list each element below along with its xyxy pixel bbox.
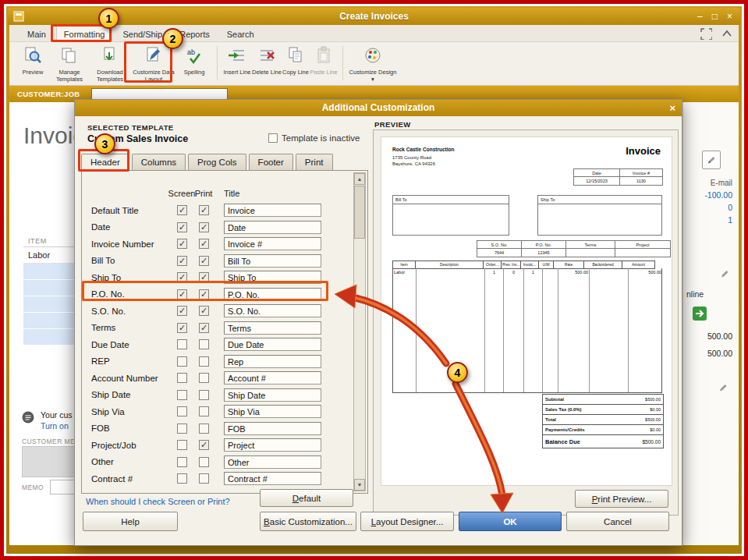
preview-button[interactable]: Preview bbox=[16, 45, 50, 76]
pencil-icon[interactable] bbox=[718, 381, 728, 395]
default-button[interactable]: Default bbox=[260, 489, 353, 507]
screen-checkbox[interactable] bbox=[177, 424, 187, 434]
title-input[interactable]: FOB bbox=[224, 422, 321, 435]
print-checkbox[interactable] bbox=[199, 356, 209, 367]
title-input[interactable]: P.O. No. bbox=[224, 288, 321, 301]
manage-templates-button[interactable]: Manage Templates bbox=[50, 45, 89, 83]
print-checkbox[interactable] bbox=[199, 473, 209, 484]
tab-header[interactable]: Header bbox=[81, 154, 129, 171]
screen-checkbox[interactable] bbox=[177, 373, 187, 383]
close-button[interactable]: × bbox=[727, 11, 732, 22]
screen-checkbox[interactable]: ✓ bbox=[177, 222, 187, 232]
tab-main[interactable]: Main bbox=[20, 27, 53, 41]
title-input[interactable]: Rep bbox=[224, 355, 321, 368]
screen-checkbox[interactable]: ✓ bbox=[177, 256, 187, 266]
title-input[interactable]: S.O. No. bbox=[224, 304, 321, 317]
basic-customization-button[interactable]: Basic Customization... bbox=[260, 512, 356, 531]
cancel-button[interactable]: Cancel bbox=[566, 512, 669, 531]
title-input[interactable]: Ship Via bbox=[224, 405, 321, 418]
print-checkbox[interactable] bbox=[199, 339, 209, 349]
title-input[interactable]: Due Date bbox=[224, 338, 321, 351]
field-label: Account Number bbox=[91, 374, 177, 383]
scroll-up-icon[interactable]: ▲ bbox=[354, 173, 365, 185]
screen-checkbox[interactable] bbox=[177, 390, 187, 400]
pencil-icon[interactable] bbox=[720, 268, 729, 282]
print-checkbox[interactable]: ✓ bbox=[199, 306, 209, 316]
print-checkbox[interactable] bbox=[199, 424, 209, 434]
print-checkbox[interactable]: ✓ bbox=[199, 222, 209, 232]
title-input[interactable]: Invoice bbox=[224, 204, 321, 217]
ship-to-label: Ship To bbox=[538, 196, 661, 204]
edit-button[interactable] bbox=[702, 151, 721, 169]
title-input[interactable]: Bill To bbox=[224, 254, 321, 268]
print-checkbox[interactable]: ✓ bbox=[199, 440, 209, 450]
tab-send-ship[interactable]: Send/Ship bbox=[115, 27, 169, 41]
scrollbar-thumb[interactable] bbox=[354, 186, 365, 239]
title-input[interactable]: Ship Date bbox=[224, 388, 321, 402]
layout-designer-button[interactable]: Layout Designer... bbox=[360, 512, 454, 531]
screen-checkbox[interactable]: ✓ bbox=[177, 323, 187, 333]
screen-checkbox[interactable] bbox=[177, 457, 187, 467]
maximize-button[interactable]: □ bbox=[712, 11, 718, 22]
insert-line-button[interactable]: Insert Line bbox=[222, 45, 252, 76]
print-checkbox[interactable]: ✓ bbox=[199, 272, 209, 282]
tab-print[interactable]: Print bbox=[296, 154, 333, 170]
tab-prog-cols[interactable]: Prog Cols bbox=[188, 154, 246, 170]
screen-print-help-link[interactable]: When should I check Screen or Print? bbox=[86, 497, 230, 506]
customize-design-button[interactable]: Customize Design ▾ bbox=[348, 45, 398, 83]
screen-checkbox[interactable]: ✓ bbox=[177, 239, 187, 249]
dialog-title-bar[interactable]: Additional Customization × bbox=[75, 100, 682, 116]
customize-data-layout-button[interactable]: Customize Data Layout bbox=[131, 45, 176, 83]
screen-checkbox[interactable] bbox=[177, 440, 187, 450]
print-checkbox[interactable] bbox=[199, 457, 209, 467]
additional-customization-dialog: Additional Customization × SELECTED TEMP… bbox=[74, 99, 682, 546]
screen-checkbox[interactable]: ✓ bbox=[177, 306, 187, 316]
title-input[interactable]: Account # bbox=[224, 371, 321, 385]
collapse-ribbon-icon[interactable] bbox=[720, 27, 732, 43]
scrollbar[interactable]: ▲ ▼ bbox=[353, 172, 366, 491]
count-link-b[interactable]: 1 bbox=[728, 215, 732, 225]
title-input[interactable]: Ship To bbox=[224, 271, 321, 284]
screen-checkbox[interactable]: ✓ bbox=[177, 205, 187, 215]
count-link-a[interactable]: 0 bbox=[728, 203, 732, 212]
paste-line-button[interactable]: Paste Line bbox=[310, 45, 338, 76]
title-input[interactable]: Terms bbox=[224, 321, 321, 335]
print-checkbox[interactable] bbox=[199, 406, 209, 416]
scroll-down-icon[interactable]: ▼ bbox=[354, 479, 365, 491]
title-input[interactable]: Project bbox=[224, 438, 321, 452]
screen-checkbox[interactable] bbox=[177, 339, 187, 349]
title-input[interactable]: Date bbox=[224, 221, 321, 234]
print-preview-button[interactable]: Print Preview... bbox=[575, 490, 668, 508]
dialog-close-icon[interactable]: × bbox=[669, 100, 675, 116]
tab-footer[interactable]: Footer bbox=[249, 154, 293, 170]
title-input[interactable]: Other bbox=[224, 455, 321, 469]
print-checkbox[interactable] bbox=[199, 390, 209, 400]
spelling-button[interactable]: ab Spelling bbox=[176, 45, 212, 76]
minimize-button[interactable]: – bbox=[697, 11, 703, 22]
title-input[interactable]: Contract # bbox=[224, 472, 321, 485]
screen-checkbox[interactable] bbox=[177, 406, 187, 416]
screen-checkbox[interactable]: ✓ bbox=[177, 289, 187, 299]
title-input[interactable]: Invoice # bbox=[224, 237, 321, 250]
download-templates-button[interactable]: Download Templates bbox=[89, 45, 131, 83]
copy-line-button[interactable]: Copy Line bbox=[282, 45, 310, 76]
turn-on-link[interactable]: Turn on bbox=[41, 421, 69, 431]
print-checkbox[interactable] bbox=[199, 373, 209, 383]
customer-message-label: CUSTOMER ME bbox=[22, 438, 75, 445]
ok-button[interactable]: OK bbox=[459, 512, 562, 531]
tab-columns[interactable]: Columns bbox=[132, 154, 186, 170]
help-button[interactable]: Help bbox=[83, 512, 178, 531]
print-checkbox[interactable]: ✓ bbox=[199, 256, 209, 266]
screen-checkbox[interactable] bbox=[177, 473, 187, 484]
screen-checkbox[interactable]: ✓ bbox=[177, 272, 187, 282]
tab-search[interactable]: Search bbox=[220, 27, 261, 41]
print-checkbox[interactable]: ✓ bbox=[199, 323, 209, 333]
expand-icon[interactable] bbox=[700, 27, 712, 43]
delete-line-button[interactable]: Delete Line bbox=[252, 45, 282, 76]
credit-amount[interactable]: -100.00 bbox=[704, 190, 732, 200]
template-inactive-checkbox[interactable] bbox=[268, 133, 278, 143]
screen-checkbox[interactable] bbox=[177, 356, 187, 367]
print-checkbox[interactable]: ✓ bbox=[199, 205, 209, 215]
print-checkbox[interactable]: ✓ bbox=[199, 289, 209, 299]
print-checkbox[interactable]: ✓ bbox=[199, 239, 209, 249]
